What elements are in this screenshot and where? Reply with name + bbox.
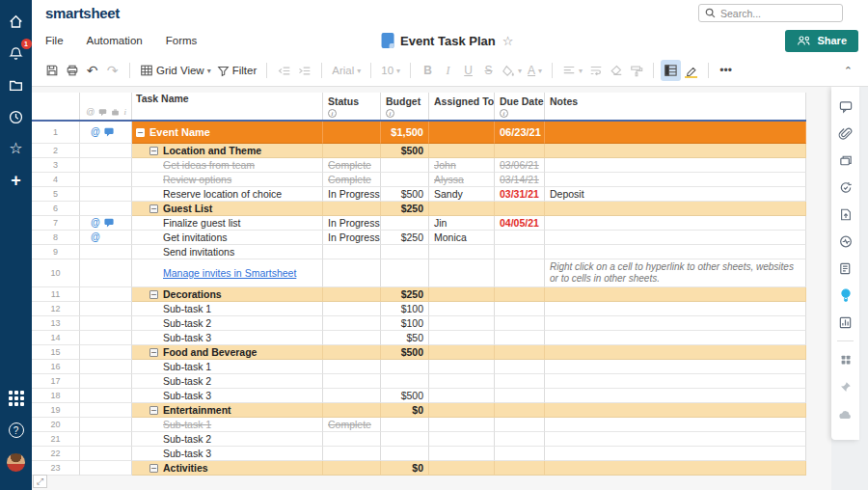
cell-notes[interactable] bbox=[545, 331, 806, 345]
row-indicators-cell[interactable] bbox=[80, 144, 132, 158]
favorites-star-icon[interactable]: ☆ bbox=[5, 137, 28, 160]
cell-status[interactable] bbox=[323, 287, 381, 302]
rail-attachments-button[interactable] bbox=[835, 122, 856, 144]
row-number[interactable]: 7 bbox=[32, 216, 80, 231]
row-number[interactable]: 10 bbox=[32, 259, 80, 287]
cell-assigned-to[interactable] bbox=[429, 259, 495, 287]
print-button[interactable] bbox=[62, 60, 82, 81]
cell-task-name[interactable]: Send invitations bbox=[132, 245, 323, 259]
cell-notes[interactable] bbox=[545, 158, 806, 173]
cell-task-name[interactable]: Sub-task 2 bbox=[132, 316, 323, 331]
table-row[interactable]: 22Sub-task 3 bbox=[32, 447, 806, 461]
cell-notes[interactable] bbox=[545, 360, 806, 374]
row-indicators-cell[interactable] bbox=[80, 360, 132, 374]
cell-assigned-to[interactable]: Monica bbox=[429, 231, 495, 245]
cell-budget[interactable] bbox=[381, 216, 429, 231]
menu-file[interactable]: File bbox=[45, 35, 64, 46]
filter-button[interactable]: Filter bbox=[214, 60, 260, 81]
create-new-plus-icon[interactable]: + bbox=[5, 169, 28, 192]
row-indicators-cell[interactable]: @ bbox=[80, 216, 132, 231]
save-button[interactable] bbox=[41, 60, 62, 81]
cell-budget[interactable] bbox=[381, 158, 429, 173]
cell-status[interactable] bbox=[323, 447, 381, 461]
cell-notes[interactable]: Deposit bbox=[545, 187, 806, 202]
table-row[interactable]: 12Sub-task 1$100 bbox=[32, 302, 806, 316]
table-row[interactable]: 10Manage invites in SmartsheetRight clic… bbox=[32, 259, 806, 287]
indent-button[interactable] bbox=[294, 60, 314, 81]
cell-assigned-to[interactable] bbox=[429, 461, 495, 476]
cell-status[interactable] bbox=[323, 360, 381, 374]
row-number[interactable]: 17 bbox=[32, 374, 80, 389]
strikethrough-button[interactable]: S bbox=[478, 60, 499, 81]
table-row[interactable]: 21Sub-task 2 bbox=[32, 432, 806, 447]
cell-due-date[interactable] bbox=[495, 302, 545, 316]
cell-task-name[interactable]: Sub-task 1 bbox=[132, 418, 323, 432]
row-number[interactable]: 6 bbox=[32, 202, 80, 216]
fill-color-button[interactable]: ▾ bbox=[499, 60, 525, 81]
table-row[interactable]: 7@Finalize guest listIn ProgressJin04/05… bbox=[32, 216, 806, 231]
cell-notes[interactable] bbox=[545, 389, 806, 403]
collapse-toggle[interactable]: – bbox=[149, 147, 158, 155]
table-row[interactable]: 5Reserve location of choiceIn Progress$5… bbox=[32, 187, 806, 202]
cell-task-name[interactable]: Review options bbox=[132, 173, 323, 187]
row-number[interactable]: 18 bbox=[32, 389, 80, 403]
cell-assigned-to[interactable] bbox=[429, 316, 495, 331]
cell-assigned-to[interactable] bbox=[429, 122, 495, 144]
cell-task-name[interactable]: Finalize guest list bbox=[132, 216, 323, 231]
cell-task-name[interactable]: Reserve location of choice bbox=[132, 187, 323, 202]
row-indicators-cell[interactable] bbox=[80, 245, 132, 259]
cell-notes[interactable] bbox=[545, 418, 806, 432]
cell-due-date[interactable]: 06/23/21 bbox=[495, 122, 545, 144]
collapse-toggle[interactable]: – bbox=[136, 128, 145, 137]
cell-assigned-to[interactable] bbox=[429, 447, 495, 461]
cell-status[interactable]: Complete bbox=[323, 173, 381, 187]
rail-activity-log-button[interactable] bbox=[835, 231, 856, 252]
row-indicators-cell[interactable] bbox=[80, 158, 132, 173]
cell-assigned-to[interactable]: John bbox=[429, 158, 495, 173]
underline-button[interactable]: U bbox=[458, 60, 478, 81]
row-number[interactable]: 5 bbox=[32, 187, 80, 202]
cell-budget[interactable] bbox=[381, 447, 429, 461]
row-indicators-cell[interactable] bbox=[80, 447, 132, 461]
column-header-status[interactable]: Statusi bbox=[323, 93, 381, 120]
cell-due-date[interactable]: 03/14/21 bbox=[495, 173, 545, 187]
row-number[interactable]: 4 bbox=[32, 173, 80, 187]
table-row[interactable]: 9Send invitations bbox=[32, 245, 806, 259]
cell-due-date[interactable] bbox=[495, 231, 545, 245]
row-indicator-header-cell[interactable]: @i bbox=[80, 93, 132, 120]
cell-task-name[interactable]: –Guest List bbox=[132, 202, 323, 216]
cell-notes[interactable] bbox=[545, 202, 806, 216]
cell-notes[interactable] bbox=[545, 316, 806, 331]
row-number[interactable]: 15 bbox=[32, 345, 80, 360]
cell-status[interactable] bbox=[323, 202, 381, 216]
search-input[interactable] bbox=[720, 8, 836, 19]
cell-budget[interactable]: $500 bbox=[381, 144, 429, 158]
row-indicators-cell[interactable] bbox=[80, 287, 132, 302]
cell-budget[interactable]: $500 bbox=[381, 345, 429, 360]
menu-forms[interactable]: Forms bbox=[166, 35, 198, 46]
row-number[interactable]: 14 bbox=[32, 331, 80, 345]
row-number[interactable]: 3 bbox=[32, 158, 80, 173]
row-indicators-cell[interactable] bbox=[80, 418, 132, 432]
cell-notes[interactable] bbox=[545, 216, 806, 231]
row-indicators-cell[interactable] bbox=[80, 374, 132, 389]
rail-cloud-button[interactable] bbox=[835, 403, 856, 424]
help-icon[interactable]: ? bbox=[5, 419, 28, 442]
cell-budget[interactable] bbox=[381, 259, 429, 287]
cell-due-date[interactable] bbox=[495, 432, 545, 447]
cell-task-name[interactable]: Sub-task 3 bbox=[132, 331, 323, 345]
cell-status[interactable] bbox=[323, 302, 381, 316]
cell-assigned-to[interactable]: Jin bbox=[429, 216, 495, 231]
table-row[interactable]: 2–Location and Theme$500 bbox=[32, 144, 806, 158]
cell-assigned-to[interactable] bbox=[429, 302, 495, 316]
row-indicators-cell[interactable] bbox=[80, 302, 132, 316]
cell-due-date[interactable]: 03/06/21 bbox=[495, 158, 545, 173]
cell-notes[interactable] bbox=[545, 245, 806, 259]
align-button[interactable]: ▾ bbox=[559, 60, 585, 81]
cell-assigned-to[interactable] bbox=[429, 374, 495, 389]
rail-insights-button[interactable] bbox=[835, 285, 856, 306]
cell-budget[interactable] bbox=[381, 173, 429, 187]
row-indicators-cell[interactable] bbox=[80, 345, 132, 360]
row-number[interactable]: 8 bbox=[32, 231, 80, 245]
cell-assigned-to[interactable] bbox=[429, 144, 495, 158]
